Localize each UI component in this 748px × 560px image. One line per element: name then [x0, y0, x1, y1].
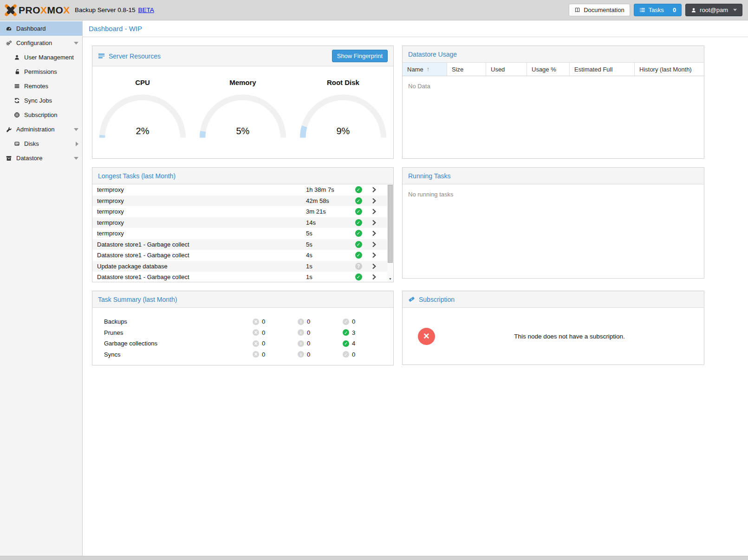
column-header-usage-pct[interactable]: Usage % — [527, 63, 570, 76]
task-status-icon — [355, 252, 362, 259]
panel-title: Longest Tasks (last Month) — [98, 172, 176, 180]
sidebar-item-user-management[interactable]: User Management — [0, 50, 82, 65]
error-count-icon — [253, 319, 259, 325]
scrollbar[interactable]: ▼ — [387, 184, 393, 282]
column-header-size[interactable]: Size — [447, 63, 486, 76]
sidebar-item-datastore[interactable]: Datastore — [0, 151, 82, 165]
show-fingerprint-button[interactable]: Show Fingerprint — [332, 50, 388, 62]
user-menu-button[interactable]: root@pam — [685, 4, 742, 16]
warning-count: 0 — [307, 318, 310, 325]
task-duration: 42m 58s — [306, 197, 351, 204]
tasks-button[interactable]: Tasks 0 — [634, 4, 682, 16]
expand-arrow-icon[interactable] — [76, 142, 78, 146]
collapse-arrow-icon[interactable] — [74, 157, 78, 160]
column-header-used[interactable]: Used — [486, 63, 527, 76]
warning-count-icon — [298, 351, 304, 358]
horizontal-scrollbar-track[interactable] — [0, 556, 748, 560]
warning-count-icon — [298, 319, 304, 325]
sidebar-item-label: Disks — [24, 140, 39, 147]
ok-count: 0 — [352, 318, 355, 325]
ok-count: 0 — [352, 351, 355, 358]
task-name: Datastore store1 - Garbage collect — [92, 241, 306, 248]
chevron-right-icon[interactable] — [366, 263, 382, 269]
sidebar-item-subscription[interactable]: Subscription — [0, 108, 82, 122]
book-icon — [574, 7, 580, 13]
scrollbar-thumb[interactable] — [388, 185, 393, 263]
task-row[interactable]: Datastore store1 - Garbage collect 1s — [92, 272, 393, 282]
sidebar-item-label: Dashboard — [16, 25, 46, 32]
remotes-icon — [13, 83, 21, 89]
task-row[interactable]: Datastore store1 - Garbage collect 4s — [92, 250, 393, 261]
sidebar-item-disks[interactable]: Disks — [0, 137, 82, 151]
documentation-button[interactable]: Documentation — [569, 4, 630, 16]
task-status-icon — [355, 186, 362, 193]
panel-title: Server Resources — [109, 52, 161, 60]
panel-title: Subscription — [419, 296, 455, 303]
warning-count-icon — [298, 329, 304, 336]
task-duration: 1h 38m 7s — [306, 186, 351, 193]
top-bar: PROXMOX Backup Server 0.8-15 BETA Docume… — [0, 0, 748, 20]
task-row[interactable]: termproxy 14s — [92, 217, 393, 228]
ok-count-icon — [343, 319, 349, 325]
longest-tasks-panel: Longest Tasks (last Month) termproxy 1h … — [92, 167, 394, 282]
unlock-icon — [13, 69, 21, 75]
chevron-right-icon[interactable] — [366, 220, 382, 226]
task-summary-panel: Task Summary (last Month) Backups 0 0 0 … — [92, 291, 394, 365]
datastore-usage-panel: Datastore Usage Name↑ Size Used Usage % … — [402, 46, 704, 159]
gauge-value: 9% — [299, 126, 387, 137]
no-data-text: No Data — [403, 76, 704, 96]
proxmox-x-icon — [5, 4, 17, 16]
gears-icon — [5, 40, 13, 46]
sidebar-item-permissions[interactable]: Permissions — [0, 65, 82, 79]
collapse-arrow-icon[interactable] — [74, 42, 78, 45]
panel-title: Running Tasks — [408, 172, 451, 180]
chevron-right-icon[interactable] — [366, 208, 382, 215]
sidebar-item-label: Sync Jobs — [24, 97, 52, 104]
sidebar-item-dashboard[interactable]: Dashboard — [0, 21, 82, 36]
task-name: Update package database — [92, 263, 306, 270]
task-row[interactable]: termproxy 1h 38m 7s — [92, 184, 393, 195]
task-row[interactable]: termproxy 42m 58s — [92, 195, 393, 207]
sidebar-item-sync-jobs[interactable]: Sync Jobs — [0, 93, 82, 108]
error-count-icon — [253, 351, 259, 358]
beta-link[interactable]: BETA — [138, 7, 154, 13]
sidebar-item-administration[interactable]: Administration — [0, 122, 82, 137]
warning-count: 0 — [307, 351, 310, 358]
column-header-history[interactable]: History (last Month) — [635, 63, 704, 76]
chevron-right-icon[interactable] — [366, 241, 382, 247]
sidebar-item-label: Remotes — [24, 83, 48, 90]
error-count: 0 — [262, 340, 265, 347]
chevron-right-icon[interactable] — [366, 187, 382, 193]
datastore-usage-table-header: Name↑ Size Used Usage % Estimated Full H… — [403, 63, 704, 76]
task-row[interactable]: termproxy 5s — [92, 228, 393, 239]
chevron-right-icon[interactable] — [366, 230, 382, 236]
chevron-right-icon[interactable] — [366, 198, 382, 204]
running-tasks-panel: Running Tasks No running tasks — [402, 167, 704, 279]
column-header-estimated-full[interactable]: Estimated Full — [570, 63, 635, 76]
sidebar-item-label: Datastore — [16, 155, 42, 162]
collapse-arrow-icon[interactable] — [74, 128, 78, 131]
task-status-icon — [355, 263, 362, 270]
longest-tasks-list: termproxy 1h 38m 7s termproxy 42m 58s — [92, 184, 393, 282]
sidebar-item-configuration[interactable]: Configuration — [0, 36, 82, 50]
gauge-value: 5% — [199, 126, 287, 137]
chevron-right-icon[interactable] — [366, 274, 382, 280]
documentation-label: Documentation — [584, 7, 624, 13]
user-icon — [691, 7, 696, 13]
task-row[interactable]: Datastore store1 - Garbage collect 5s — [92, 239, 393, 250]
sidebar-item-remotes[interactable]: Remotes — [0, 79, 82, 93]
warning-count: 0 — [307, 329, 310, 336]
task-duration: 14s — [306, 219, 351, 226]
gauge-label: Memory — [193, 78, 293, 86]
error-count: 0 — [262, 351, 265, 358]
task-status-icon — [355, 241, 362, 248]
chevron-right-icon[interactable] — [366, 252, 382, 258]
task-row[interactable]: termproxy 3m 21s — [92, 206, 393, 217]
tasks-count-badge: 0 — [673, 7, 676, 13]
ok-count: 3 — [352, 329, 355, 336]
task-name: termproxy — [92, 186, 306, 193]
column-header-name[interactable]: Name↑ — [403, 63, 447, 76]
task-row[interactable]: Update package database 1s — [92, 261, 393, 272]
scroll-down-arrow-icon[interactable]: ▼ — [387, 276, 393, 282]
warning-count-icon — [298, 340, 304, 347]
